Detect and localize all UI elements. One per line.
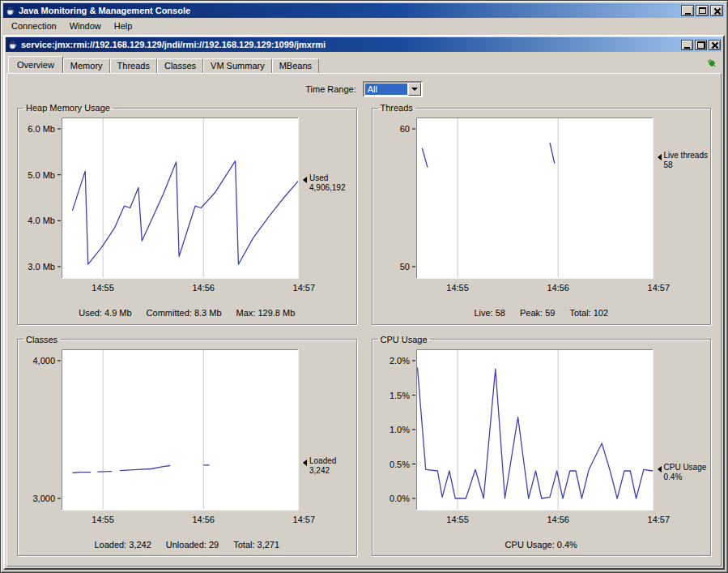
panel-title: Threads (378, 103, 415, 113)
menu-window[interactable]: Window (63, 19, 108, 32)
arrow-left-icon (658, 154, 662, 160)
svg-text:14:56: 14:56 (547, 515, 569, 524)
svg-text:14:55: 14:55 (446, 283, 469, 293)
java-icon (5, 6, 15, 16)
cpu-usage-chart: 14:5514:5614:572.0%1.5%1.0%0.5%0.0% (374, 344, 671, 537)
stat: CPU Usage: 0.4% (505, 540, 577, 549)
svg-text:14:55: 14:55 (92, 283, 114, 293)
chevron-down-icon (411, 88, 418, 91)
frame-java-icon (7, 40, 18, 50)
tab-classes[interactable]: Classes (157, 58, 203, 73)
svg-text:14:57: 14:57 (293, 515, 316, 524)
svg-text:0.5%: 0.5% (389, 459, 409, 468)
annotation-label: Used (309, 173, 346, 183)
classes-panel: Classes 14:5514:5614:574,0003,000 Loaded… (17, 335, 357, 557)
close-icon (711, 41, 718, 49)
cpu-usage-panel: CPU Usage 14:5514:5614:572.0%1.5%1.0%0.5… (372, 335, 712, 557)
svg-text:14:57: 14:57 (293, 283, 316, 293)
close-button[interactable] (710, 5, 723, 16)
annotation-value: 4,906,192 (309, 183, 346, 193)
tab-threads[interactable]: Threads (110, 58, 157, 73)
tab-mbeans[interactable]: MBeans (272, 58, 319, 73)
minimize-button[interactable] (681, 5, 694, 16)
svg-text:60: 60 (399, 124, 409, 134)
maximize-icon (699, 7, 706, 14)
svg-text:50: 50 (399, 262, 409, 272)
classes-annotation: Loaded 3,242 (303, 456, 336, 476)
tab-vm-summary[interactable]: VM Summary (203, 58, 272, 73)
connection-frame: service:jmx:rmi://192.168.129.129/jndi/r… (3, 35, 725, 570)
svg-text:4.0 Mb: 4.0 Mb (28, 216, 55, 225)
overview-tab-panel: Time Range: All Heap Memory Usage 14:551… (6, 73, 722, 567)
time-range-value: All (365, 83, 407, 95)
svg-text:3.0 Mb: 3.0 Mb (28, 262, 55, 272)
minimize-icon (684, 47, 690, 49)
svg-text:5.0 Mb: 5.0 Mb (28, 170, 55, 180)
stat: Total: 102 (569, 308, 608, 318)
stat: Used: 4.9 Mb (79, 308, 131, 318)
svg-text:14:55: 14:55 (446, 515, 469, 524)
stat: Peak: 59 (520, 308, 555, 318)
stat: Total: 3,271 (233, 540, 279, 549)
tab-memory[interactable]: Memory (63, 58, 110, 73)
arrow-left-icon (658, 466, 662, 473)
stat: Max: 129.8 Mb (236, 308, 296, 318)
svg-text:4,000: 4,000 (32, 356, 55, 366)
menubar: Connection Window Help (3, 18, 725, 34)
dropdown-button[interactable] (408, 83, 421, 96)
frame-title: service:jmx:rmi://192.168.129.129/jndi/r… (21, 40, 678, 49)
annotation-value: 58 (664, 160, 708, 170)
svg-text:6.0 Mb: 6.0 Mb (28, 124, 55, 134)
annotation-label: Loaded (309, 456, 336, 466)
charts-grid: Heap Memory Usage 14:5514:5614:576.0 Mb5… (7, 100, 721, 566)
threads-annotation: Live threads 58 (658, 151, 708, 170)
svg-text:14:57: 14:57 (647, 515, 670, 524)
cpu-annotation: CPU Usage 0.4% (658, 463, 707, 482)
time-range-select[interactable]: All (363, 81, 423, 97)
svg-text:1.5%: 1.5% (389, 390, 409, 400)
panel-title: Classes (23, 335, 60, 344)
connect-icon[interactable] (705, 57, 717, 71)
arrow-left-icon (303, 460, 307, 466)
menu-help[interactable]: Help (108, 19, 139, 32)
svg-text:14:56: 14:56 (547, 283, 569, 293)
annotation-value: 3,242 (309, 466, 336, 476)
svg-text:3,000: 3,000 (32, 494, 55, 503)
window-titlebar[interactable]: Java Monitoring & Management Console (3, 3, 725, 18)
heap-memory-chart: 14:5514:5614:576.0 Mb5.0 Mb4.0 Mb3.0 Mb (19, 113, 316, 306)
frame-close-button[interactable] (709, 40, 721, 50)
tab-overview[interactable]: Overview (8, 56, 63, 73)
stat: Live: 58 (474, 308, 505, 318)
menu-connection[interactable]: Connection (5, 19, 63, 32)
svg-text:2.0%: 2.0% (389, 356, 409, 366)
svg-text:14:55: 14:55 (92, 515, 114, 524)
panel-title: Heap Memory Usage (23, 103, 113, 113)
stat: Loaded: 3,242 (94, 540, 151, 549)
app-window: Java Monitoring & Management Console Con… (0, 0, 728, 573)
classes-stats: Loaded: 3,242Unloaded: 29Total: 3,271 (19, 537, 355, 554)
frame-restore-button[interactable] (695, 40, 707, 50)
frame-minimize-button[interactable] (681, 40, 693, 50)
close-icon (713, 7, 721, 15)
tab-bar: Overview Memory Threads Classes VM Summa… (5, 53, 723, 73)
maximize-button[interactable] (696, 5, 709, 16)
svg-text:0.0%: 0.0% (389, 494, 409, 503)
frame-titlebar[interactable]: service:jmx:rmi://192.168.129.129/jndi/r… (6, 37, 722, 52)
threads-panel: Threads 14:5514:5614:576050 Live threads… (372, 103, 712, 325)
minimize-icon (685, 13, 691, 15)
heap-annotation: Used 4,906,192 (303, 173, 346, 193)
time-range-label: Time Range: (305, 84, 356, 94)
heap-memory-panel: Heap Memory Usage 14:5514:5614:576.0 Mb5… (17, 103, 357, 325)
annotation-value: 0.4% (664, 473, 707, 482)
window-title: Java Monitoring & Management Console (19, 6, 678, 15)
heap-stats: Used: 4.9 MbCommitted: 8.3 MbMax: 129.8 … (19, 306, 355, 322)
classes-chart: 14:5514:5614:574,0003,000 (19, 344, 316, 537)
time-range-row: Time Range: All (7, 74, 721, 100)
arrow-left-icon (303, 177, 307, 183)
svg-text:1.0%: 1.0% (389, 425, 409, 434)
panel-title: CPU Usage (378, 335, 430, 344)
svg-text:14:57: 14:57 (647, 283, 670, 293)
svg-text:14:56: 14:56 (192, 515, 215, 524)
annotation-label: Live threads (664, 151, 708, 160)
restore-icon (697, 41, 705, 49)
